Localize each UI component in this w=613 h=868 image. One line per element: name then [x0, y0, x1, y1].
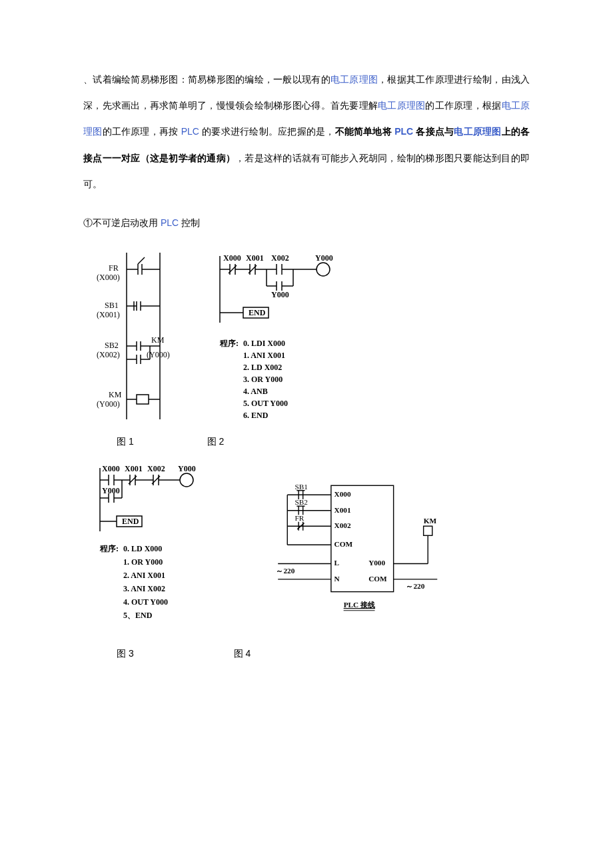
prog-line-0: 0. LDI X000 [243, 339, 285, 348]
label-com2: COM [368, 575, 387, 583]
program-label: 程序: [99, 544, 119, 553]
prog-line-4: 4. ANB [243, 387, 268, 396]
figure-1-circuit: FR (X000) SB1 (X001) SB2 (X002) KM (Y000… [90, 249, 190, 423]
label-km-y: (Y000) [147, 350, 170, 359]
caption-fig4: 图 4 [234, 648, 251, 660]
label-sb2-x: (X002) [97, 350, 120, 359]
prog-line-5: 5、END [123, 611, 153, 620]
label-y000: Y000 [368, 559, 385, 567]
label-fr: FR [109, 263, 119, 273]
figure-row-2: X000 X001 X002 Y000 Y000 END 程序: 0. LD X… [83, 461, 530, 660]
program-label: 程序: [219, 339, 239, 348]
label-y000: Y000 [178, 464, 196, 473]
label-km2-y: (Y000) [97, 399, 120, 409]
label-y000b: Y000 [271, 290, 289, 299]
bold-text: 各接点与 [413, 126, 454, 137]
label-sb1: SB1 [105, 301, 119, 310]
caption-row-2: 图 3 图 4 [117, 648, 530, 660]
prog-line-1: 1. ANI X001 [243, 351, 285, 360]
bold-text: 不能简单地将 [335, 126, 395, 137]
prog-line-2: 2. ANI X001 [123, 571, 165, 580]
document-page: 、试着编绘简易梯形图：简易梯形图的编绘，一般以现有的电工原理图，根据其工作原理进… [0, 0, 613, 700]
prog-line-0: 0. LD X000 [123, 544, 162, 553]
bold-link-plc[interactable]: PLC [394, 126, 413, 137]
main-paragraph: 、试着编绘简易梯形图：简易梯形图的编绘，一般以现有的电工原理图，根据其工作原理进… [83, 67, 530, 197]
figure-row-1: FR (X000) SB1 (X001) SB2 (X002) KM (Y000… [83, 249, 530, 448]
prog-line-3: 3. OR Y000 [243, 375, 283, 384]
text-segment: 、试着编绘简易梯形图：简易梯形图的编绘，一般以现有的 [83, 74, 330, 85]
label-sb2: SB2 [105, 341, 119, 350]
figure-2-ladder: X000 X001 X002 Y000 Y000 END 程序: 0. LDI … [210, 249, 383, 423]
label-x001: X001 [246, 253, 264, 263]
label-n: N [334, 575, 340, 583]
sub-heading: ①不可逆启动改用 PLC 控制 [83, 217, 530, 229]
svg-line-5 [138, 257, 145, 264]
bold-link-electrical[interactable]: 电工原理图 [454, 126, 501, 137]
text-segment: 的要求进行绘制。应把握的是， [199, 126, 335, 137]
label-x000: X000 [334, 490, 351, 498]
prog-line-2: 2. LD X002 [243, 363, 282, 372]
label-x000: X000 [102, 464, 120, 473]
text-segment: ①不可逆启动改用 [83, 217, 161, 228]
label-km: KM [151, 335, 165, 345]
text-segment: 的工作原理，再按 [103, 126, 181, 137]
label-com: COM [334, 540, 353, 548]
svg-rect-23 [137, 395, 149, 404]
label-fr: FR [295, 514, 305, 522]
prog-line-6: 6. END [243, 411, 269, 420]
prog-line-5: 5. OUT Y000 [243, 399, 288, 408]
text-segment: 的工作原理，根据 [425, 100, 501, 111]
label-y000: Y000 [315, 253, 333, 263]
label-220-right: ～220 [406, 582, 424, 590]
link-plc[interactable]: PLC [181, 126, 199, 137]
label-x002: X002 [147, 464, 165, 473]
label-x001: X001 [334, 506, 351, 514]
caption-fig3: 图 3 [117, 648, 134, 660]
prog-line-3: 3. ANI X002 [123, 584, 165, 593]
caption-fig2: 图 2 [207, 436, 225, 448]
text-segment: 控制 [179, 217, 200, 228]
svg-rect-87 [424, 526, 432, 535]
prog-line-4: 4. OUT Y000 [123, 597, 168, 607]
link-electrical-diagram[interactable]: 电工原理图 [330, 74, 378, 85]
label-x002: X002 [271, 253, 289, 263]
label-km: KM [424, 516, 437, 524]
label-sb2: SB2 [295, 498, 308, 506]
label-x002: X002 [334, 521, 351, 529]
label-x000: X000 [223, 253, 241, 263]
label-fr-x: (X000) [97, 273, 120, 282]
svg-point-60 [180, 473, 193, 487]
figure-4-plc-wiring: SB1 SB2 FR X000 X001 X002 COM L N Y000 C… [250, 461, 450, 635]
prog-line-1: 1. OR Y000 [123, 557, 163, 567]
label-km2: KM [109, 390, 122, 399]
caption-row-1: 图 1 图 2 [117, 436, 530, 448]
link-plc[interactable]: PLC [161, 217, 179, 228]
figure-3-ladder: X000 X001 X002 Y000 Y000 END 程序: 0. LD X… [90, 461, 223, 635]
label-end: END [249, 308, 266, 317]
plc-wiring-title: PLC 接线 [344, 601, 375, 609]
link-electrical-diagram[interactable]: 电工原理图 [378, 100, 425, 111]
label-l: L [334, 559, 340, 567]
label-sb1: SB1 [295, 483, 308, 491]
label-end: END [122, 517, 139, 526]
label-y000b: Y000 [102, 486, 120, 495]
caption-fig1: 图 1 [117, 436, 134, 448]
label-220-left: ～220 [276, 566, 295, 574]
svg-point-38 [316, 263, 330, 276]
label-sb1-x: (X001) [97, 310, 120, 319]
label-x001: X001 [125, 464, 143, 473]
